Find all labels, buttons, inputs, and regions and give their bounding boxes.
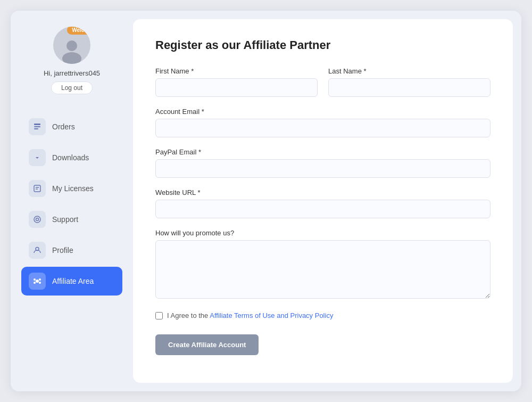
website-url-group: Website URL * [155, 188, 491, 218]
licenses-icon [29, 180, 46, 197]
promote-group: How will you promote us? [155, 229, 491, 299]
paypal-email-group: PayPal Email * [155, 148, 491, 178]
avatar-area: Welcome Hi, jarrettrivers045 Log out [44, 27, 100, 94]
sidebar-item-support-label: Support [52, 215, 78, 224]
paypal-email-label: PayPal Email * [155, 148, 491, 156]
first-name-group: First Name * [155, 67, 318, 97]
sidebar-item-profile[interactable]: Profile [21, 236, 122, 265]
sidebar-item-licenses-label: My Licenses [52, 184, 94, 193]
sidebar-item-support[interactable]: Support [21, 205, 122, 234]
sidebar-item-licenses[interactable]: My Licenses [21, 174, 122, 203]
svg-point-1 [62, 52, 81, 64]
sidebar-item-orders[interactable]: Orders [21, 112, 122, 141]
svg-point-0 [66, 40, 77, 51]
svg-point-15 [39, 282, 41, 284]
support-icon [29, 211, 46, 228]
svg-point-14 [34, 282, 36, 284]
affiliate-form: First Name * Last Name * Account Email *… [155, 67, 491, 355]
terms-checkbox[interactable] [155, 312, 163, 319]
account-email-input[interactable] [155, 119, 491, 137]
sidebar-nav: Orders Downloads My Licenses [21, 112, 122, 296]
sidebar-item-orders-label: Orders [52, 122, 75, 131]
sidebar-item-affiliate[interactable]: Affiliate Area [21, 267, 122, 296]
svg-rect-3 [34, 126, 40, 127]
promote-textarea[interactable] [155, 240, 491, 299]
create-affiliate-button[interactable]: Create Affiliate Account [155, 334, 259, 355]
page-title: Register as our Affiliate Partner [155, 38, 491, 52]
avatar: Welcome [53, 27, 90, 64]
sidebar-item-affiliate-label: Affiliate Area [52, 277, 94, 285]
website-url-input[interactable] [155, 200, 491, 218]
account-email-label: Account Email * [155, 108, 491, 116]
downloads-icon [29, 149, 46, 166]
paypal-email-input[interactable] [155, 159, 491, 178]
svg-rect-4 [34, 128, 38, 129]
profile-icon [29, 242, 46, 259]
last-name-input[interactable] [328, 78, 491, 97]
checkbox-text: I Agree to the [167, 311, 210, 319]
last-name-label: Last Name * [328, 67, 491, 75]
checkbox-label: I Agree to the Affiliate Terms of Use an… [167, 311, 333, 319]
affiliate-icon [29, 273, 46, 290]
svg-point-12 [34, 278, 36, 281]
last-name-group: Last Name * [328, 67, 491, 97]
svg-point-11 [36, 280, 39, 283]
name-row: First Name * Last Name * [155, 67, 491, 97]
main-content: Register as our Affiliate Partner First … [133, 19, 513, 383]
svg-point-9 [36, 218, 39, 221]
avatar-icon [58, 36, 86, 64]
sidebar-item-profile-label: Profile [52, 246, 73, 255]
sidebar-item-downloads-label: Downloads [52, 153, 89, 162]
svg-rect-5 [34, 185, 40, 192]
sidebar-item-downloads[interactable]: Downloads [21, 143, 122, 172]
promote-label: How will you promote us? [155, 229, 491, 237]
sidebar: Welcome Hi, jarrettrivers045 Log out Ord… [11, 11, 133, 391]
terms-link[interactable]: Affiliate Terms of Use and Privacy Polic… [210, 311, 333, 319]
first-name-input[interactable] [155, 78, 318, 97]
orders-icon [29, 118, 46, 135]
svg-point-13 [39, 278, 41, 281]
account-email-group: Account Email * [155, 108, 491, 137]
greeting-text: Hi, jarrettrivers045 [44, 69, 100, 77]
svg-point-8 [34, 216, 40, 223]
website-url-label: Website URL * [155, 188, 491, 196]
logout-button[interactable]: Log out [51, 81, 93, 94]
welcome-badge: Welcome [67, 27, 90, 35]
first-name-label: First Name * [155, 67, 318, 75]
app-wrapper: Welcome Hi, jarrettrivers045 Log out Ord… [11, 11, 521, 391]
terms-row: I Agree to the Affiliate Terms of Use an… [155, 311, 491, 319]
svg-rect-2 [34, 124, 40, 125]
